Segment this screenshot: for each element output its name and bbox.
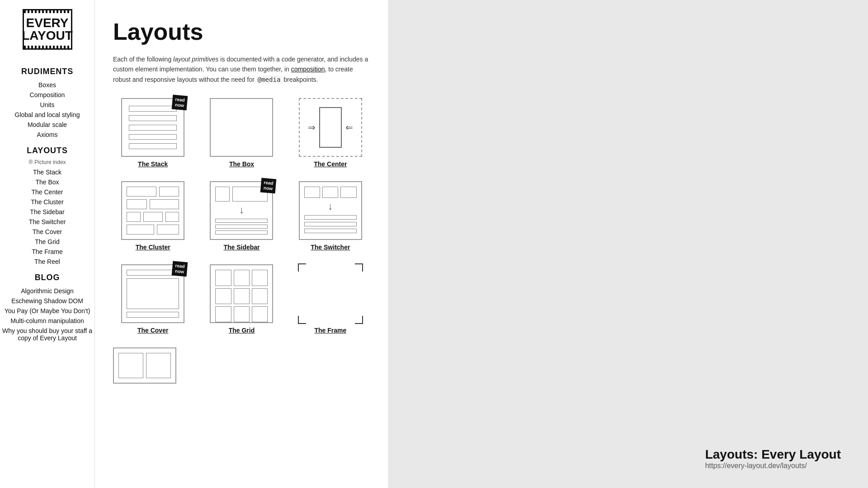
frame-label[interactable]: The Frame xyxy=(314,327,346,334)
grid-diagram xyxy=(210,264,273,323)
nav-global-local[interactable]: Global and local styling xyxy=(0,110,94,120)
center-arrow-right: ⇒ xyxy=(308,122,316,133)
attribution-title: Layouts: Every Layout xyxy=(705,447,841,462)
nav-the-grid[interactable]: The Grid xyxy=(0,237,94,247)
intro-paragraph: Each of the following layout primitives … xyxy=(113,54,370,84)
rudiments-section-title: RUDIMENTS xyxy=(21,67,73,76)
grid-cell xyxy=(215,306,231,322)
logo-stripe-top xyxy=(24,10,71,13)
logo-stripe-bottom xyxy=(24,46,71,48)
center-diagram: ⇒ ⇐ xyxy=(299,98,362,157)
frame-corner-bl xyxy=(298,316,306,324)
nav-the-frame[interactable]: The Frame xyxy=(0,247,94,257)
box-label[interactable]: The Box xyxy=(229,160,254,168)
layouts-grid: readnow The Stack The Box ⇒ xyxy=(113,98,370,334)
sidebar-arrow-down: ↓ xyxy=(239,204,244,216)
reel-diagram xyxy=(113,347,176,384)
frame-diagram xyxy=(299,264,362,323)
cluster-label[interactable]: The Cluster xyxy=(136,244,170,251)
right-panel: Layouts: Every Layout https://every-layo… xyxy=(389,0,868,488)
picture-index-label: Picture index xyxy=(34,159,66,165)
layout-card-cover: readnow The Cover xyxy=(113,264,193,334)
layouts-section-title: LAYOUTS xyxy=(27,146,68,155)
grid-cell xyxy=(252,306,268,322)
grid-cell xyxy=(234,306,250,322)
nav-the-box[interactable]: The Box xyxy=(0,177,94,187)
stack-label[interactable]: The Stack xyxy=(138,160,168,168)
reel-section xyxy=(113,347,370,387)
page-title: Layouts xyxy=(113,18,370,45)
stack-bar-3 xyxy=(129,125,177,131)
nav-shadow-dom[interactable]: Eschewing Shadow DOM xyxy=(0,296,94,306)
nav-axioms[interactable]: Axioms xyxy=(0,130,94,140)
picture-index: ® Picture index xyxy=(28,159,66,165)
sidebar-layout-diagram: readnow ↓ xyxy=(210,181,273,240)
grid-label[interactable]: The Grid xyxy=(229,327,255,334)
grid-cell xyxy=(234,270,250,286)
nav-the-stack[interactable]: The Stack xyxy=(0,167,94,177)
layout-card-switcher: ↓ The Switcher xyxy=(291,181,370,251)
layout-card-center: ⇒ ⇐ The Center xyxy=(291,98,370,168)
center-arrow-left: ⇐ xyxy=(345,122,353,133)
stack-bar-2 xyxy=(129,115,177,121)
grid-cell xyxy=(252,270,268,286)
nav-the-switcher[interactable]: The Switcher xyxy=(0,217,94,227)
switcher-label[interactable]: The Switcher xyxy=(311,244,350,251)
cover-diagram: readnow xyxy=(121,264,184,323)
layout-card-cluster: The Cluster xyxy=(113,181,193,251)
nav-you-pay[interactable]: You Pay (Or Maybe You Don't) xyxy=(0,306,94,316)
main-wrapper: Layouts Each of the following layout pri… xyxy=(95,0,868,488)
grid-cell xyxy=(215,288,231,304)
content-area: Layouts Each of the following layout pri… xyxy=(95,0,389,488)
read-now-tag-cover: readnow xyxy=(172,261,188,277)
cover-label[interactable]: The Cover xyxy=(137,327,168,334)
read-now-tag-sidebar: readnow xyxy=(260,178,277,194)
logo-text: EVERYLAYOUT xyxy=(22,17,73,42)
layout-card-grid: The Grid xyxy=(202,264,281,334)
nav-the-sidebar[interactable]: The Sidebar xyxy=(0,207,94,217)
sidebar: EVERYLAYOUT RUDIMENTS Boxes Composition … xyxy=(0,0,95,488)
cluster-diagram xyxy=(121,181,184,240)
nav-multi-column[interactable]: Multi-column manipulation xyxy=(0,316,94,326)
read-now-tag-stack: readnow xyxy=(172,95,188,111)
frame-corner-tr xyxy=(355,263,363,272)
logo[interactable]: EVERYLAYOUT xyxy=(23,9,72,50)
composition-link[interactable]: composition xyxy=(291,66,325,73)
center-inner-box xyxy=(319,107,342,148)
grid-cell xyxy=(215,270,231,286)
stack-bar-1 xyxy=(129,106,177,112)
switcher-diagram: ↓ xyxy=(299,181,362,240)
nav-composition[interactable]: Composition xyxy=(0,90,94,100)
nav-buy-staff[interactable]: Why you should buy your staff a copy of … xyxy=(0,326,94,343)
nav-algorithmic-design[interactable]: Algorithmic Design xyxy=(0,286,94,296)
box-diagram xyxy=(210,98,273,157)
frame-corner-tl xyxy=(298,263,306,272)
sidebar-label[interactable]: The Sidebar xyxy=(223,244,259,251)
nav-boxes[interactable]: Boxes xyxy=(0,80,94,90)
layout-card-box: The Box xyxy=(202,98,281,168)
layout-card-stack: readnow The Stack xyxy=(113,98,193,168)
center-label[interactable]: The Center xyxy=(314,160,347,168)
nav-the-center[interactable]: The Center xyxy=(0,187,94,197)
frame-corner-br xyxy=(355,316,363,324)
attribution: Layouts: Every Layout https://every-layo… xyxy=(705,447,841,470)
grid-cell xyxy=(234,288,250,304)
stack-diagram: readnow xyxy=(121,98,184,157)
nav-units[interactable]: Units xyxy=(0,100,94,110)
attribution-url: https://every-layout.dev/layouts/ xyxy=(705,462,841,470)
switcher-arrow-down: ↓ xyxy=(328,201,333,212)
grid-cell xyxy=(252,288,268,304)
layout-card-sidebar: readnow ↓ The Sidebar xyxy=(202,181,281,251)
picture-index-icon: ® xyxy=(28,159,33,165)
nav-modular-scale[interactable]: Modular scale xyxy=(0,120,94,130)
blog-section-title: BLOG xyxy=(35,273,60,282)
layout-card-frame: The Frame xyxy=(291,264,370,334)
stack-bar-5 xyxy=(129,143,177,149)
nav-the-cluster[interactable]: The Cluster xyxy=(0,197,94,207)
nav-the-cover[interactable]: The Cover xyxy=(0,227,94,237)
nav-the-reel[interactable]: The Reel xyxy=(0,257,94,267)
media-code: @media xyxy=(256,75,282,84)
stack-bar-4 xyxy=(129,134,177,140)
